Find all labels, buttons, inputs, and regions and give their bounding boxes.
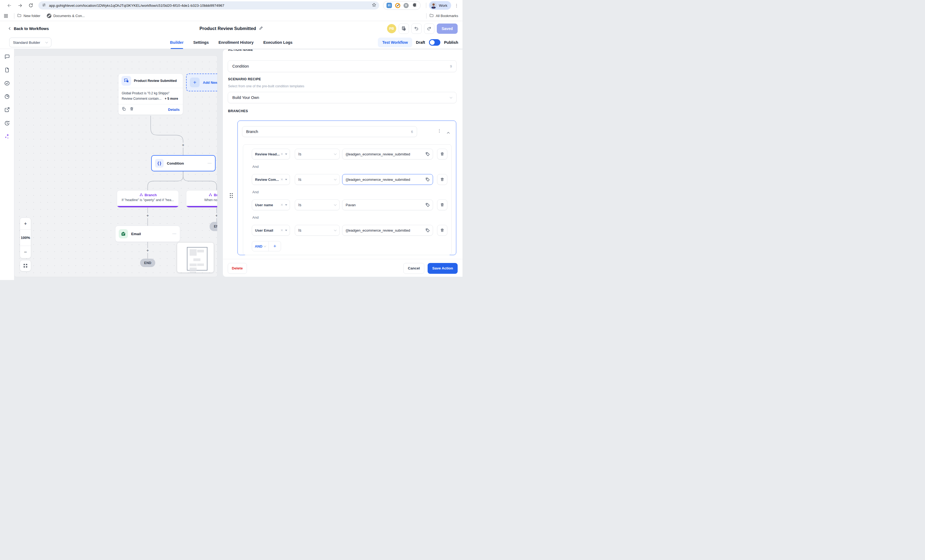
clear-icon[interactable]: ✕ bbox=[280, 177, 283, 181]
copy-icon[interactable] bbox=[122, 107, 126, 112]
url-text[interactable]: app.gohighlevel.com/location/1DWyks1qOhJ… bbox=[49, 3, 372, 8]
fonts-extension-icon[interactable]: FI bbox=[387, 3, 392, 8]
fit-view-button[interactable] bbox=[20, 260, 31, 271]
check-circle-icon[interactable] bbox=[4, 80, 10, 86]
tab-settings[interactable]: Settings bbox=[193, 36, 209, 49]
saved-button[interactable]: Saved bbox=[437, 24, 458, 34]
zoom-out-button[interactable]: − bbox=[20, 246, 31, 258]
ai-sparkles-icon[interactable] bbox=[4, 133, 10, 139]
branch-node-right[interactable]: Branch When none of the bbox=[186, 190, 217, 207]
and-separator: And bbox=[252, 165, 451, 169]
add-step-plus[interactable]: + bbox=[214, 213, 217, 218]
clear-icon[interactable]: ✕ bbox=[280, 152, 283, 156]
and-or-select[interactable]: AND bbox=[252, 241, 269, 251]
puzzle-icon[interactable] bbox=[412, 2, 417, 9]
undo-button[interactable] bbox=[411, 24, 422, 34]
delete-condition-button[interactable] bbox=[437, 200, 447, 210]
comments-icon[interactable] bbox=[4, 54, 10, 60]
publish-toggle[interactable] bbox=[429, 39, 440, 46]
field-select[interactable]: Review Com...✕ bbox=[252, 174, 290, 185]
email-icon bbox=[119, 229, 128, 239]
tab-builder[interactable]: Builder bbox=[170, 36, 184, 49]
test-workflow-button[interactable]: Test Workflow bbox=[378, 38, 412, 47]
condition-row: Review Head...✕ Is {{leadgen_ecommerce_r… bbox=[252, 149, 451, 159]
action-name-input[interactable]: Condition 9 bbox=[228, 60, 456, 72]
operator-select[interactable]: Is bbox=[295, 225, 340, 236]
refresh-icon[interactable] bbox=[27, 2, 34, 9]
value-input[interactable]: {{leadgen_ecommerce_review_submitted bbox=[342, 149, 433, 159]
back-to-workflows-link[interactable]: Back to Workflows bbox=[9, 27, 49, 31]
version-history-button[interactable] bbox=[399, 24, 409, 34]
branch-drag-handle[interactable] bbox=[229, 193, 233, 198]
shortcut-extension-icon[interactable]: ⌘ bbox=[404, 3, 409, 8]
add-new-trigger-button[interactable]: + Add New T bbox=[186, 74, 217, 92]
tag-icon[interactable] bbox=[425, 228, 430, 234]
all-bookmarks[interactable]: All Bookmarks bbox=[429, 13, 458, 19]
tag-icon[interactable] bbox=[425, 203, 430, 209]
zoom-level[interactable]: 100% bbox=[20, 230, 31, 246]
pie-chart-icon[interactable] bbox=[4, 93, 10, 99]
browser-menu-icon[interactable]: ⋮ bbox=[454, 3, 459, 8]
branch-menu-icon[interactable]: ⋮ bbox=[437, 128, 441, 133]
value-input-focused[interactable]: {{leadgen_ecommerce_review_submitted bbox=[342, 174, 433, 185]
clear-icon[interactable]: ✕ bbox=[280, 203, 283, 207]
tune-icon[interactable] bbox=[42, 3, 46, 8]
back-icon[interactable] bbox=[6, 2, 12, 9]
bookmark-new-folder[interactable]: New folder bbox=[17, 13, 40, 19]
apps-grid-icon[interactable] bbox=[3, 13, 9, 19]
collapse-branch-icon[interactable] bbox=[447, 131, 449, 135]
branch-name-input[interactable]: Branch 6 bbox=[242, 126, 417, 137]
tag-icon[interactable] bbox=[425, 177, 430, 183]
edit-title-icon[interactable] bbox=[259, 26, 263, 32]
address-bar[interactable]: app.gohighlevel.com/location/1DWyks1qOhJ… bbox=[38, 2, 379, 9]
profile-button[interactable]: Work bbox=[429, 1, 451, 10]
screen: app.gohighlevel.com/location/1DWyks1qOhJ… bbox=[0, 0, 462, 280]
delete-condition-button[interactable] bbox=[437, 174, 447, 185]
field-select[interactable]: User name✕ bbox=[252, 200, 290, 210]
user-avatar[interactable]: PB bbox=[387, 24, 396, 33]
cancel-button[interactable]: Cancel bbox=[403, 263, 424, 274]
tag-icon[interactable] bbox=[425, 152, 430, 158]
delete-action-button[interactable]: Delete bbox=[228, 263, 247, 274]
delete-condition-button[interactable] bbox=[437, 225, 447, 236]
operator-select[interactable]: Is bbox=[295, 149, 340, 159]
email-node[interactable]: Email ⋯ bbox=[115, 226, 180, 242]
minimap[interactable] bbox=[177, 243, 214, 272]
more-filters-badge[interactable]: + 5 more bbox=[165, 97, 178, 101]
add-condition-button[interactable]: + bbox=[269, 241, 281, 251]
external-link-icon[interactable] bbox=[4, 107, 10, 113]
value-input[interactable]: Pavan bbox=[342, 200, 433, 210]
node-menu-icon[interactable]: ⋯ bbox=[172, 231, 176, 236]
orange-extension-icon[interactable] bbox=[395, 3, 400, 8]
node-menu-icon[interactable]: ⋯ bbox=[208, 161, 212, 166]
zoom-in-button[interactable]: + bbox=[20, 218, 31, 230]
redo-button[interactable] bbox=[424, 24, 434, 34]
field-select[interactable]: Review Head...✕ bbox=[252, 149, 290, 159]
add-step-plus[interactable]: + bbox=[181, 143, 185, 147]
history-clock-icon[interactable] bbox=[4, 120, 10, 126]
field-select[interactable]: User Email✕ bbox=[252, 225, 290, 236]
documents-icon[interactable] bbox=[4, 67, 10, 73]
scenario-recipe-select[interactable]: Build Your Own bbox=[228, 92, 456, 103]
forward-icon[interactable] bbox=[17, 2, 23, 9]
tab-execution-logs[interactable]: Execution Logs bbox=[263, 36, 292, 49]
trigger-details-link[interactable]: Details bbox=[168, 108, 179, 112]
workflow-canvas[interactable]: + + + + Product Review Submitted Global … bbox=[14, 56, 217, 277]
operator-select[interactable]: Is bbox=[295, 200, 340, 210]
condition-node[interactable]: { } Condition ⋯ bbox=[151, 155, 215, 171]
add-step-plus[interactable]: + bbox=[145, 213, 150, 218]
add-step-plus[interactable]: + bbox=[145, 248, 150, 253]
bookmark-label: New folder bbox=[24, 14, 40, 18]
trigger-node[interactable]: Product Review Submitted Global Product … bbox=[118, 74, 183, 115]
delete-trigger-icon[interactable] bbox=[130, 107, 134, 112]
delete-condition-button[interactable] bbox=[437, 149, 447, 159]
value-input[interactable]: {{leadgen_ecommerce_review_submitted bbox=[342, 225, 433, 236]
operator-select[interactable]: Is bbox=[295, 174, 340, 185]
branch-fork-icon bbox=[139, 193, 143, 197]
bookmark-star-icon[interactable] bbox=[372, 2, 377, 8]
save-action-button[interactable]: Save Action bbox=[428, 263, 458, 274]
tab-enrollment-history[interactable]: Enrollment History bbox=[218, 36, 254, 49]
branch-node-left[interactable]: Branch If "headline" is "qwerty" and if … bbox=[117, 190, 179, 207]
bookmark-documents[interactable]: Documents & Con... bbox=[47, 14, 85, 18]
clear-icon[interactable]: ✕ bbox=[280, 228, 283, 232]
